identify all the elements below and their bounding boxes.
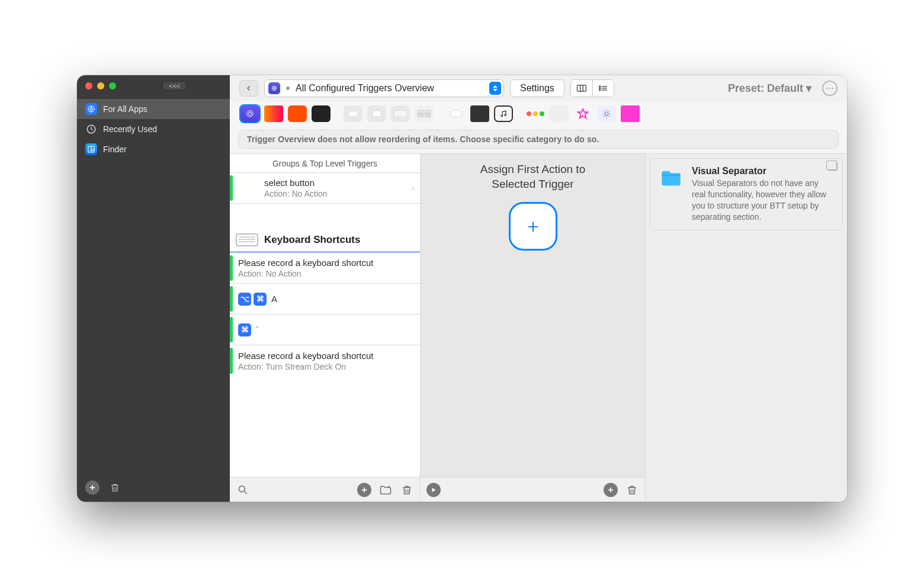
- svg-point-9: [599, 88, 601, 89]
- sidebar-nav: For All Apps Recently Used Finder: [77, 97, 230, 159]
- delete-trigger-button[interactable]: [400, 483, 414, 497]
- trigger-row[interactable]: ⌥ ⌘ A: [230, 284, 420, 315]
- app-window: <<< For All Apps Recently Used Finder: [77, 75, 847, 502]
- back-button[interactable]: [239, 80, 258, 97]
- add-action-button[interactable]: [604, 483, 618, 497]
- enabled-bar-icon: [230, 255, 233, 281]
- globe-icon: [85, 103, 97, 115]
- category-automations-icon[interactable]: [597, 105, 616, 122]
- minimize-window-button[interactable]: [97, 82, 104, 89]
- detail-body: Visual Separators do not have any real f…: [692, 178, 834, 223]
- trigger-keys: ⌘ `: [238, 323, 414, 336]
- category-notch-icon[interactable]: [312, 105, 331, 122]
- delete-action-button[interactable]: [625, 483, 639, 497]
- category-clipboard-icon[interactable]: [621, 105, 640, 122]
- enabled-bar-icon: [230, 348, 233, 374]
- trigger-title: Please record a keyboard shortcut: [238, 351, 414, 361]
- new-group-button[interactable]: [378, 483, 393, 497]
- category-all-icon[interactable]: [240, 105, 259, 122]
- actions-footer: [421, 477, 645, 502]
- add-app-button[interactable]: [85, 480, 100, 495]
- category-remote-icon[interactable]: [470, 105, 489, 122]
- category-keyboard-icon[interactable]: [391, 105, 410, 122]
- detail-column: Visual Separator Visual Separators do no…: [646, 154, 847, 502]
- category-mouse-icon[interactable]: [344, 105, 362, 122]
- trigger-keys: ⌥ ⌘ A: [238, 293, 414, 306]
- add-first-action-button[interactable]: ＋: [509, 202, 557, 251]
- content-columns: Groups & Top Level Triggers select butto…: [230, 153, 847, 502]
- list-view-button[interactable]: [592, 80, 614, 97]
- trigger-row[interactable]: Please record a keyboard shortcut Action…: [230, 253, 420, 284]
- finder-icon: [85, 143, 97, 155]
- delete-app-button[interactable]: [108, 480, 122, 495]
- btt-logo-icon: [268, 82, 280, 94]
- enabled-bar-icon: [230, 175, 233, 201]
- svg-point-19: [605, 112, 608, 116]
- category-title: All Configured Triggers Overview: [296, 83, 434, 94]
- svg-point-18: [505, 114, 506, 116]
- category-key-sequence-icon[interactable]: GG: [415, 105, 434, 122]
- sidebar-item-all-apps[interactable]: For All Apps: [77, 99, 230, 119]
- search-button[interactable]: [236, 483, 250, 497]
- category-selector[interactable]: All Configured Triggers Overview: [264, 79, 504, 97]
- close-window-button[interactable]: [85, 82, 92, 89]
- category-drawings-icon[interactable]: [573, 105, 592, 122]
- trigger-title: select button: [264, 178, 414, 188]
- more-options-button[interactable]: ⋯: [822, 81, 838, 96]
- sidebar-item-finder[interactable]: Finder: [77, 139, 230, 159]
- window-controls: <<<: [77, 75, 230, 97]
- svg-point-16: [450, 110, 463, 117]
- sidebar-collapse-button[interactable]: <<<: [162, 81, 187, 91]
- category-midi-icon[interactable]: [494, 105, 513, 122]
- toolbar: All Configured Triggers Overview Setting…: [230, 75, 847, 101]
- category-dropdown-button[interactable]: [489, 82, 501, 95]
- add-trigger-button[interactable]: [357, 483, 371, 497]
- preset-selector[interactable]: Preset: Default ▾: [728, 82, 811, 95]
- trigger-subtitle: Action: Turn Stream Deck On: [238, 362, 414, 371]
- category-normal-mouse-icon[interactable]: [447, 105, 466, 122]
- svg-point-4: [92, 148, 93, 149]
- svg-point-5: [272, 86, 277, 91]
- detail-title: Visual Separator: [692, 166, 834, 177]
- view-mode-segmented: [570, 79, 614, 97]
- trigger-subtitle: Action: No Action: [238, 269, 414, 278]
- keycap-suffix: `: [256, 325, 259, 335]
- trigger-row[interactable]: Please record a keyboard shortcut Action…: [230, 345, 420, 376]
- svg-point-11: [247, 111, 254, 117]
- category-trackpad-icon[interactable]: [367, 105, 386, 122]
- svg-rect-15: [394, 111, 406, 117]
- main-panel: All Configured Triggers Overview Setting…: [230, 75, 847, 502]
- category-streamdeck-icon[interactable]: [288, 105, 307, 122]
- keyboard-section-icon: [236, 233, 258, 246]
- columns-view-button[interactable]: [571, 80, 592, 97]
- folder-icon: [659, 166, 684, 191]
- svg-point-13: [348, 111, 358, 117]
- sidebar-item-recent[interactable]: Recently Used: [77, 119, 230, 139]
- detail-text: Visual Separator Visual Separators do no…: [692, 166, 834, 223]
- popout-icon[interactable]: [828, 162, 838, 171]
- keycap-icon: ⌘: [238, 323, 251, 336]
- category-traffic-icon[interactable]: [526, 105, 545, 122]
- actions-column: Assign First Action to Selected Trigger …: [421, 154, 646, 502]
- assign-title-line1: Assign First Action to: [480, 163, 585, 175]
- clock-icon: [85, 123, 97, 135]
- sidebar-item-label: Recently Used: [103, 124, 157, 134]
- svg-point-3: [89, 148, 90, 149]
- sidebar-item-label: For All Apps: [103, 104, 147, 114]
- settings-button[interactable]: Settings: [510, 79, 564, 97]
- svg-point-10: [599, 89, 601, 91]
- chevron-right-icon: ›: [412, 184, 414, 193]
- section-title: Keyboard Shortcuts: [264, 234, 360, 246]
- assign-title-line2: Selected Trigger: [492, 178, 573, 190]
- run-action-button[interactable]: [426, 483, 441, 497]
- svg-point-17: [501, 115, 502, 116]
- svg-point-6: [274, 88, 275, 89]
- trigger-row[interactable]: select button Action: No Action ›: [230, 173, 420, 204]
- category-strip: GG: [230, 101, 847, 126]
- zoom-window-button[interactable]: [109, 82, 116, 89]
- trigger-row[interactable]: ⌘ `: [230, 315, 420, 345]
- category-touchbar-icon[interactable]: [264, 105, 283, 122]
- groups-header: Groups & Top Level Triggers: [230, 154, 420, 173]
- category-shortcuts-icon[interactable]: [550, 105, 569, 122]
- trigger-list[interactable]: select button Action: No Action › Keyboa…: [230, 173, 420, 477]
